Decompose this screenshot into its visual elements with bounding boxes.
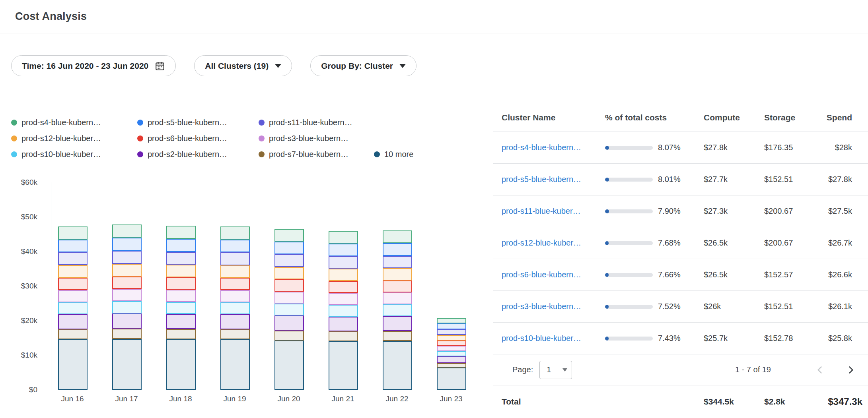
cluster-link[interactable]: prod-s6-blue-kubern… [502,270,605,279]
cluster-link[interactable]: prod-s12-blue-kuber… [502,238,605,248]
prev-page-button[interactable] [815,365,825,375]
bar-segment[interactable] [274,279,304,292]
bar-segment[interactable] [329,256,358,269]
stacked-bar[interactable] [437,318,466,390]
bar-segment[interactable] [166,239,196,252]
bar-segment[interactable] [112,329,142,339]
legend-item[interactable]: prod-s6-blue-kubern… [137,134,259,143]
bar-segment[interactable] [58,240,88,253]
bar-segment[interactable] [220,329,250,339]
bar-segment[interactable] [220,226,250,240]
bar-segment[interactable] [112,238,142,251]
bar-segment[interactable] [274,315,304,331]
cluster-link[interactable]: prod-s10-blue-kuber… [502,334,605,343]
legend-item[interactable]: prod-s10-blue-kuber… [11,150,137,159]
bar-segment[interactable] [383,331,412,341]
bar-segment[interactable] [220,339,250,390]
bar-segment[interactable] [166,302,196,314]
cluster-link[interactable]: prod-s3-blue-kubern… [502,302,605,311]
bar-segment[interactable] [166,252,196,265]
bar-segment[interactable] [274,331,304,341]
cluster-link[interactable]: prod-s5-blue-kubern… [502,175,605,184]
group-by-filter[interactable]: Group By: Cluster [310,55,416,76]
bar-segment[interactable] [329,317,358,331]
stacked-bar[interactable] [58,226,88,390]
legend-item[interactable]: prod-s5-blue-kubern… [137,118,259,127]
bar-segment[interactable] [383,292,412,304]
bar-segment[interactable] [329,244,358,256]
legend-item[interactable]: prod-s12-blue-kuber… [11,134,137,143]
bar-segment[interactable] [166,339,196,390]
bar-segment[interactable] [437,363,466,368]
bar-segment[interactable] [437,356,466,363]
clusters-filter[interactable]: All Clusters (19) [194,55,292,76]
bar-segment[interactable] [58,278,88,290]
bar-segment[interactable] [329,281,358,293]
bar-segment[interactable] [383,256,412,268]
stacked-bar[interactable] [383,230,412,390]
stacked-bar[interactable] [166,226,196,390]
bar-segment[interactable] [112,251,142,264]
bar-segment[interactable] [437,368,466,390]
page-select[interactable]: 1 [539,361,572,379]
bar-segment[interactable] [329,341,358,390]
bar-segment[interactable] [329,293,358,305]
bar-segment[interactable] [58,302,88,314]
bar-segment[interactable] [166,265,196,277]
bar-segment[interactable] [274,229,304,242]
bar-segment[interactable] [383,316,412,331]
bar-segment[interactable] [112,289,142,301]
legend-item[interactable]: 10 more [374,150,413,159]
cluster-link[interactable]: prod-s4-blue-kubern… [502,143,605,152]
bar-segment[interactable] [166,314,196,329]
bar-segment[interactable] [166,277,196,290]
bar-segment[interactable] [220,290,250,302]
bar-segment[interactable] [437,335,466,341]
bar-segment[interactable] [437,346,466,351]
bar-segment[interactable] [437,318,466,323]
bar-segment[interactable] [329,269,358,281]
bar-segment[interactable] [58,339,88,390]
bar-segment[interactable] [112,339,142,390]
next-page-button[interactable] [846,365,856,375]
bar-segment[interactable] [112,301,142,314]
legend-item[interactable]: prod-s7-blue-kubern… [259,150,374,159]
bar-segment[interactable] [383,243,412,256]
bar-segment[interactable] [383,304,412,316]
bar-segment[interactable] [112,277,142,289]
bar-segment[interactable] [58,226,88,240]
bar-segment[interactable] [58,314,88,329]
bar-segment[interactable] [274,292,304,304]
bar-segment[interactable] [220,265,250,278]
bar-segment[interactable] [329,331,358,341]
bar-segment[interactable] [329,231,358,244]
bar-segment[interactable] [274,254,304,267]
bar-segment[interactable] [112,224,142,238]
bar-segment[interactable] [437,329,466,335]
bar-segment[interactable] [166,290,196,302]
bar-segment[interactable] [220,278,250,290]
bar-segment[interactable] [220,302,250,314]
bar-segment[interactable] [58,290,88,302]
bar-segment[interactable] [437,351,466,356]
bar-segment[interactable] [220,314,250,329]
legend-item[interactable]: prod-s3-blue-kubern… [259,134,374,143]
bar-segment[interactable] [383,268,412,280]
legend-item[interactable]: prod-s2-blue-kubern… [137,150,259,159]
bar-segment[interactable] [274,304,304,315]
bar-segment[interactable] [112,314,142,329]
bar-segment[interactable] [112,264,142,277]
bar-segment[interactable] [383,281,412,292]
bar-segment[interactable] [437,323,466,329]
bar-segment[interactable] [166,226,196,239]
cluster-link[interactable]: prod-s11-blue-kuber… [502,207,605,216]
bar-segment[interactable] [274,341,304,390]
bar-segment[interactable] [58,265,88,277]
bar-segment[interactable] [383,341,412,390]
bar-segment[interactable] [166,329,196,339]
time-range-filter[interactable]: Time: 16 Jun 2020 - 23 Jun 2020 [11,55,176,76]
bar-segment[interactable] [220,252,250,265]
bar-segment[interactable] [58,329,88,339]
bar-segment[interactable] [329,305,358,317]
stacked-bar[interactable] [329,231,358,390]
